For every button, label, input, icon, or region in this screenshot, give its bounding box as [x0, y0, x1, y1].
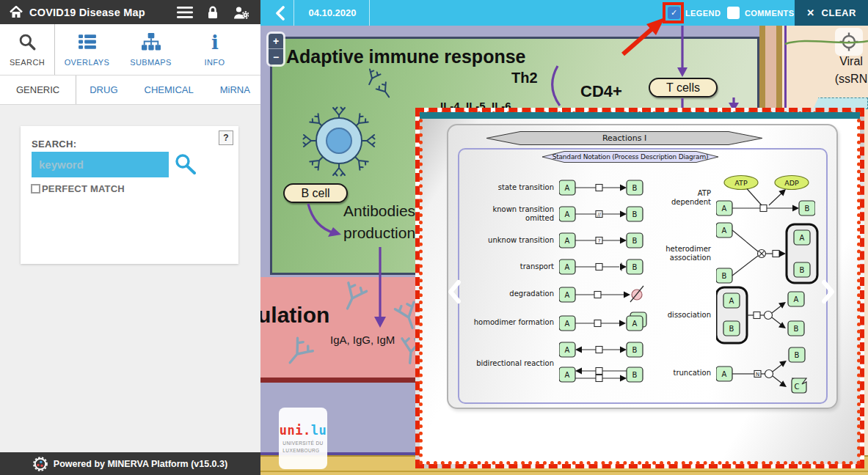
svg-text:C: C [795, 383, 800, 391]
tab-generic[interactable]: GENERIC [0, 76, 76, 104]
legend-top-strip [420, 112, 860, 119]
legend-prev-chevron[interactable] [446, 279, 462, 304]
search-type-tabs: GENERICDRUGCHEMICALMiRNA [0, 76, 260, 105]
reaction-atp-diagram: ATPADPAB [716, 174, 815, 221]
legend-checkbox-label: LEGEND [685, 0, 721, 26]
legend-row-label: truncation [662, 369, 716, 378]
svg-text:A: A [565, 237, 570, 245]
clear-button[interactable]: ✕ CLEAR [795, 0, 868, 26]
svg-text:B: B [805, 205, 810, 213]
search-input[interactable] [32, 152, 169, 177]
legend-row-dissociation: dissociationABAB [662, 286, 828, 345]
reaction-bidirectional-diagram: ABAB [559, 339, 647, 389]
legend-next-chevron[interactable] [820, 279, 836, 304]
svg-text:A: A [565, 346, 570, 354]
b-cell-illustration [304, 108, 375, 176]
perfect-match-checkbox[interactable] [31, 184, 40, 194]
svg-text://: // [597, 212, 601, 218]
nav-item-label: INFO [205, 58, 225, 67]
sidebar-content: ? SEARCH: PERFECT MATCH [0, 105, 260, 452]
reaction-state-diagram: AB [559, 174, 647, 201]
sidebar-item-search[interactable]: SEARCH [0, 24, 55, 75]
reaction-dissociation-diagram: ABAB [716, 286, 819, 345]
reaction-heterodimer-diagram: ABAB [716, 221, 819, 286]
app-title[interactable]: COVID19 Disease Map [29, 7, 145, 18]
legend-right-column: ATP dependentATPADPABheterodimer associa… [662, 174, 828, 402]
svg-text:B: B [632, 210, 638, 218]
map-date: 04.10.2020 [296, 0, 369, 26]
svg-text:B: B [795, 351, 800, 359]
search-icon [18, 32, 37, 54]
menu-hamburger-icon[interactable] [174, 3, 196, 22]
svg-text:B: B [729, 325, 734, 333]
tab-mirna[interactable]: MiRNA [207, 76, 263, 104]
reaction-homodimer-diagram: AA [559, 309, 647, 337]
svg-text:A: A [729, 297, 734, 305]
back-chevron-button[interactable] [266, 0, 294, 26]
svg-text:B: B [632, 237, 638, 245]
minerva-gear-icon [33, 457, 48, 471]
lock-icon[interactable] [202, 3, 224, 22]
annotation-highlight-box [663, 2, 684, 23]
legend-row-transport: transportAB [464, 254, 647, 280]
toolbar-separator [293, 0, 294, 26]
sidebar-header: COVID19 Disease Map [0, 0, 260, 24]
tab-drug[interactable]: DRUG [76, 76, 131, 104]
svg-text:A: A [565, 184, 570, 192]
sidebar-item-submaps[interactable]: SUBMAPS [119, 24, 183, 75]
svg-text:A: A [565, 320, 570, 328]
antibody-glyphs-green [364, 69, 394, 100]
perfect-match-option[interactable]: PERFECT MATCH [31, 183, 125, 194]
svg-text:A: A [565, 291, 570, 299]
legend-left-column: state transitionABknown transition omitt… [464, 174, 647, 390]
legend-row-label: degradation [464, 290, 559, 299]
user-settings-icon[interactable] [230, 3, 252, 22]
submaps-icon [142, 32, 161, 54]
svg-text:A: A [800, 234, 805, 242]
unilu-brand: uni.lu [280, 423, 327, 438]
legend-row-label: transport [464, 262, 559, 272]
search-submit-button[interactable] [173, 153, 198, 177]
legend-row-label: bidirectional reaction [464, 359, 559, 369]
tab-chemical[interactable]: CHEMICAL [131, 76, 207, 104]
svg-text:A: A [632, 320, 638, 328]
legend-row-unknown: unknow transitionA?B [464, 227, 647, 254]
legend-row-label: homodimer formation [464, 318, 559, 328]
svg-text:B: B [632, 371, 638, 379]
legend-row-homodimer: homodimer formationAA [464, 309, 647, 337]
antibody-glyphs-pink [282, 282, 422, 369]
comments-checkbox-label: COMMENTS [745, 0, 794, 26]
info-icon: i [205, 32, 225, 54]
zoom-control: + − [266, 32, 285, 67]
university-luxembourg-logo: uni.lu UNIVERSITÉ DU LUXEMBOURG [279, 408, 327, 469]
legend-row-omitted: known transition omittedA//B [464, 201, 647, 227]
nav-item-label: OVERLAYS [65, 58, 110, 67]
legend-row-label: state transition [464, 183, 559, 193]
zoom-in-button[interactable]: + [269, 34, 283, 49]
svg-text:A: A [794, 295, 799, 303]
zoom-out-button[interactable]: − [269, 49, 283, 65]
svg-text:A: A [565, 263, 570, 271]
home-icon[interactable] [9, 3, 23, 22]
sidebar-item-overlays[interactable]: OVERLAYS [55, 24, 119, 75]
comments-checkbox[interactable] [727, 7, 740, 19]
help-button[interactable]: ? [219, 130, 233, 145]
perfect-match-label: PERFECT MATCH [42, 183, 125, 194]
reaction-unknown-diagram: A?B [559, 227, 647, 254]
sidebar-item-info[interactable]: iINFO [183, 24, 247, 75]
clear-button-label: CLEAR [822, 7, 856, 18]
svg-text:B: B [722, 272, 727, 280]
legend-subtitle: Standard Notation (Process Description D… [552, 153, 709, 161]
svg-text:B: B [800, 266, 805, 274]
legend-row-heterodimer: heterodimer associationABAB [662, 221, 828, 286]
reaction-degradation-diagram: A [559, 281, 647, 308]
covid19-disease-map-app: COVID19 Disease Map SEARCHOVERLAYSSUBMAP… [0, 0, 868, 475]
overlays-icon [78, 32, 97, 54]
legend-row-label: heterodimer association [662, 245, 716, 263]
nav-item-label: SEARCH [10, 58, 45, 67]
legend-row-atp: ATP dependentATPADPAB [662, 174, 828, 221]
svg-text:A: A [565, 210, 570, 218]
legend-row-state: state transitionAB [464, 174, 647, 201]
clear-x-icon: ✕ [806, 7, 814, 18]
toolbar-separator [369, 0, 370, 26]
